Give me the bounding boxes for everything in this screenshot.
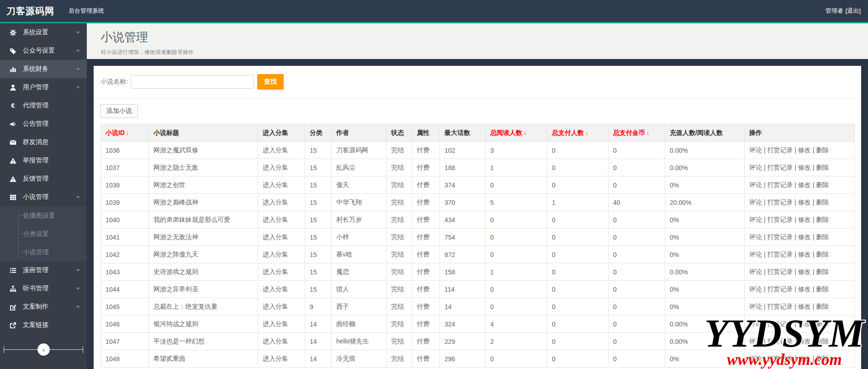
action-delete[interactable]: 删除: [816, 216, 829, 223]
action-reward-log[interactable]: 打赏记录: [767, 337, 793, 345]
action-delete[interactable]: 删除: [816, 303, 829, 310]
action-reward-log[interactable]: 打赏记录: [767, 355, 793, 362]
column-header[interactable]: 小说ID↓: [101, 124, 149, 142]
action-comment[interactable]: 评论: [749, 268, 762, 275]
sidebar-item[interactable]: 系统设置: [0, 23, 87, 42]
enter-volumes-link[interactable]: 进入分集: [263, 355, 288, 362]
action-comment[interactable]: 评论: [749, 164, 762, 171]
action-edit[interactable]: 修改: [798, 303, 811, 310]
search-button[interactable]: 查找: [257, 74, 284, 90]
action-reward-log[interactable]: 打赏记录: [767, 320, 793, 327]
sidebar-item[interactable]: 小说管理: [0, 188, 87, 206]
enter-volumes-link[interactable]: 进入分集: [263, 268, 288, 275]
column-header: 作者: [332, 124, 386, 142]
sidebar-item-label: 听书管理: [23, 284, 48, 293]
action-comment[interactable]: 评论: [749, 337, 762, 345]
action-delete[interactable]: 删除: [816, 268, 829, 275]
action-delete[interactable]: 删除: [816, 251, 829, 258]
sidebar-collapse-control[interactable]: ‹: [0, 342, 87, 357]
action-reward-log[interactable]: 打赏记录: [767, 268, 793, 275]
action-edit[interactable]: 修改: [798, 320, 811, 327]
sidebar-item[interactable]: 反馈管理: [0, 170, 87, 188]
action-edit[interactable]: 修改: [798, 355, 811, 362]
action-separator: |: [811, 355, 816, 362]
sidebar-item[interactable]: 文案链接: [0, 316, 87, 334]
sidebar-item[interactable]: 用户管理: [0, 78, 87, 96]
sidebar-item[interactable]: 公告管理: [0, 115, 87, 133]
action-comment[interactable]: 评论: [749, 355, 762, 362]
sidebar-item[interactable]: 公众号设置: [0, 42, 87, 60]
sidebar-item[interactable]: €代理管理: [0, 96, 87, 115]
enter-volumes-link[interactable]: 进入分集: [263, 320, 288, 327]
column-header[interactable]: 总支付人数↓: [547, 124, 609, 142]
action-reward-log[interactable]: 打赏记录: [767, 285, 793, 293]
action-delete[interactable]: 删除: [816, 355, 829, 362]
action-comment[interactable]: 评论: [749, 198, 762, 206]
action-delete[interactable]: 删除: [816, 146, 829, 154]
sidebar-item[interactable]: 听书管理: [0, 279, 87, 298]
action-comment[interactable]: 评论: [749, 320, 762, 327]
action-edit[interactable]: 修改: [798, 251, 811, 258]
action-edit[interactable]: 修改: [798, 146, 811, 154]
action-comment[interactable]: 评论: [749, 181, 762, 188]
action-edit[interactable]: 修改: [798, 181, 811, 188]
category-cell: 15: [305, 194, 332, 211]
action-delete[interactable]: 删除: [816, 285, 829, 293]
action-reward-log[interactable]: 打赏记录: [767, 198, 793, 206]
sidebar-item[interactable]: 文案制作: [0, 298, 87, 316]
action-delete[interactable]: 删除: [816, 233, 829, 241]
column-header[interactable]: 总阅读人数↓: [486, 124, 547, 142]
attribute-cell: 付费: [412, 298, 440, 316]
enter-volumes-link[interactable]: 进入分集: [263, 198, 288, 206]
sidebar-subitem[interactable]: -分类设置: [0, 225, 87, 243]
action-comment[interactable]: 评论: [749, 233, 762, 241]
sidebar-item[interactable]: 群发消息: [0, 133, 87, 151]
action-edit[interactable]: 修改: [798, 285, 811, 293]
enter-volumes-link[interactable]: 进入分集: [263, 251, 288, 258]
action-reward-log[interactable]: 打赏记录: [767, 303, 793, 310]
add-novel-button[interactable]: 添加小说: [101, 104, 138, 118]
column-header[interactable]: 总支付金币↓: [609, 124, 665, 142]
enter-volumes-link[interactable]: 进入分集: [263, 216, 288, 223]
action-comment[interactable]: 评论: [749, 285, 762, 293]
action-delete[interactable]: 删除: [816, 198, 829, 206]
search-input[interactable]: [131, 75, 254, 89]
action-comment[interactable]: 评论: [749, 251, 762, 258]
action-comment[interactable]: 评论: [749, 216, 762, 223]
action-edit[interactable]: 修改: [798, 164, 811, 171]
enter-volumes-link[interactable]: 进入分集: [263, 303, 288, 310]
action-edit[interactable]: 修改: [798, 268, 811, 275]
sidebar-item[interactable]: 系统财务: [0, 60, 87, 78]
enter-volumes-link[interactable]: 进入分集: [263, 337, 288, 345]
action-comment[interactable]: 评论: [749, 146, 762, 154]
collapse-knob[interactable]: ‹: [37, 343, 50, 356]
action-reward-log[interactable]: 打赏记录: [767, 251, 793, 258]
action-delete[interactable]: 删除: [816, 320, 829, 327]
action-edit[interactable]: 修改: [798, 337, 811, 345]
action-edit[interactable]: 修改: [798, 198, 811, 206]
logout-link[interactable]: [退出]: [846, 7, 861, 15]
total-payers-cell: 0: [547, 176, 609, 194]
action-reward-log[interactable]: 打赏记录: [767, 164, 793, 171]
enter-volumes-link[interactable]: 进入分集: [263, 181, 288, 188]
sidebar-menu: 系统设置公众号设置系统财务用户管理€代理管理公告管理群发消息举报管理反馈管理小说…: [0, 23, 87, 334]
action-delete[interactable]: 删除: [816, 337, 829, 345]
action-comment[interactable]: 评论: [749, 303, 762, 310]
sidebar-subitem[interactable]: -轮播图设置: [0, 206, 87, 225]
enter-volumes-link[interactable]: 进入分集: [263, 164, 288, 171]
action-edit[interactable]: 修改: [798, 216, 811, 223]
action-reward-log[interactable]: 打赏记录: [767, 233, 793, 241]
enter-volumes-link[interactable]: 进入分集: [263, 146, 288, 154]
enter-volumes-link[interactable]: 进入分集: [263, 233, 288, 241]
action-delete[interactable]: 删除: [816, 164, 829, 171]
sidebar-subitem[interactable]: -小说管理: [0, 243, 87, 261]
action-reward-log[interactable]: 打赏记录: [767, 146, 793, 154]
sidebar-item[interactable]: 漫画管理: [0, 261, 87, 279]
action-delete[interactable]: 删除: [816, 181, 829, 188]
sidebar-item[interactable]: 举报管理: [0, 151, 87, 170]
action-reward-log[interactable]: 打赏记录: [767, 181, 793, 188]
column-header: 充值人数/阅读人数: [665, 124, 745, 142]
action-edit[interactable]: 修改: [798, 233, 811, 241]
enter-volumes-link[interactable]: 进入分集: [263, 285, 288, 293]
action-reward-log[interactable]: 打赏记录: [767, 216, 793, 223]
